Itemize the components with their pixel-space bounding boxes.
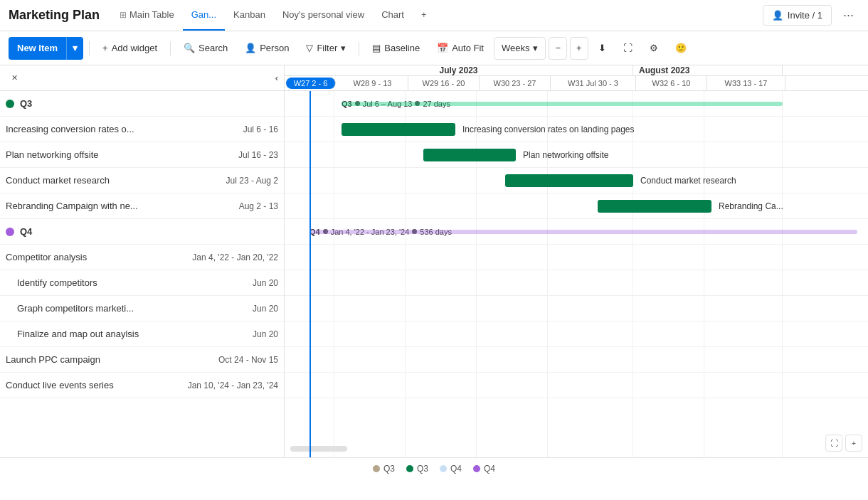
auto-fit-button[interactable]: 📅 Auto Fit <box>430 37 491 60</box>
weeks-selector[interactable]: Weeks ▾ <box>494 37 546 60</box>
zoom-out-button[interactable]: − <box>549 37 567 60</box>
plus-zoom-icon: + <box>576 43 582 53</box>
gantt-row-market-research[interactable]: Conduct market research <box>285 168 868 193</box>
legend-dot-q4-light <box>440 465 447 472</box>
rebranding-bar[interactable] <box>598 200 711 213</box>
filter-button[interactable]: ▽ Filter ▾ <box>299 37 353 60</box>
nav-tabs: ⊞ July 2023 Main Table Gan... Kanban Noy… <box>111 0 435 31</box>
tab-gantt[interactable]: Gan... <box>183 0 225 31</box>
person-filter-button[interactable]: 👤 Person <box>238 37 296 60</box>
gantt-row-conversion[interactable]: Increasing conversion rates on landing p… <box>285 117 868 142</box>
tab-kanban[interactable]: Kanban <box>225 0 274 31</box>
tab-main-table[interactable]: ⊞ July 2023 Main Table <box>111 0 183 31</box>
add-widget-label: Add widget <box>112 43 157 53</box>
row-identify-competitors[interactable]: Identify competitors Jun 20 <box>0 270 284 296</box>
invite-button[interactable]: 👤 Invite / 1 <box>763 5 832 26</box>
launch-ppc-label: Launch PPC campaign <box>6 354 191 365</box>
group-row-q3[interactable]: Q3 <box>0 91 284 117</box>
add-gantt-button[interactable]: + <box>845 435 862 452</box>
identify-competitors-dates: Jun 20 <box>191 278 284 288</box>
download-icon: ⬇ <box>598 43 606 53</box>
smiley-icon: 🙂 <box>675 43 687 53</box>
collapse-button[interactable]: ✕ <box>6 70 23 87</box>
bottom-right-icons: ⛶ + <box>825 435 862 452</box>
gantt-row-live-events <box>285 373 868 398</box>
baseline-icon: ▤ <box>372 43 381 53</box>
plus-icon: + <box>102 43 108 53</box>
gantt-main: ✕ ‹ Q3 Increasing conversion rates o... … <box>0 65 868 457</box>
new-item-main[interactable]: New Item <box>9 37 66 60</box>
zoom-in-button[interactable]: + <box>570 37 588 60</box>
gantt-row-rebranding[interactable]: Rebranding Ca... <box>285 193 868 219</box>
graph-competitors-dates: Jun 20 <box>191 304 284 314</box>
toolbar: New Item ▾ + Add widget 🔍 Search 👤 Perso… <box>0 31 868 65</box>
legend-q4-purple: Q4 <box>473 464 495 474</box>
person-icon: 👤 <box>772 10 783 21</box>
plan-networking-label: Plan networking offsite <box>6 149 191 160</box>
more-options-button[interactable]: ··· <box>837 5 859 26</box>
search-icon: 🔍 <box>184 43 195 53</box>
finalize-map-dates: Jun 20 <box>191 329 284 339</box>
gantt-row-competitor <box>285 245 868 270</box>
add-widget-button[interactable]: + Add widget <box>95 37 164 60</box>
gantt-container: ✕ ‹ Q3 Increasing conversion rates o... … <box>0 65 868 479</box>
toolbar-separator-1 <box>89 41 90 55</box>
row-rebranding[interactable]: Rebranding Campaign with ne... Aug 2 - 1… <box>0 193 284 219</box>
networking-bar-label: Plan networking offsite <box>523 150 609 160</box>
increasing-conversion-label: Increasing conversion rates o... <box>6 124 191 134</box>
legend-dot-q3-green <box>406 465 413 472</box>
gantt-body: Q3 Jul 6 – Aug 13 27 days Increasing con… <box>285 91 868 457</box>
row-market-research[interactable]: Conduct market research Jul 23 - Aug 2 <box>0 168 284 193</box>
legend: Q3 Q3 Q4 Q4 <box>0 457 868 479</box>
row-plan-networking[interactable]: Plan networking offsite Jul 16 - 23 <box>0 142 284 168</box>
weeks-arrow: ▾ <box>533 43 538 53</box>
week-29: W29 16 - 20 <box>408 76 480 90</box>
week-28: W28 9 - 13 <box>337 76 408 90</box>
tab-chart[interactable]: Chart <box>373 0 413 31</box>
collapse-arrow-button[interactable]: ‹ <box>275 73 278 83</box>
scroll-indicator[interactable] <box>290 446 347 452</box>
conversion-bar[interactable] <box>342 123 455 136</box>
toolbar-separator-3 <box>359 41 359 55</box>
invite-label: Invite / 1 <box>788 10 822 21</box>
filter-icon: ▽ <box>306 43 313 53</box>
expand-gantt-button[interactable]: ⛶ <box>825 435 842 452</box>
market-research-bar[interactable] <box>505 174 633 187</box>
fullscreen-button[interactable]: ⛶ <box>616 37 640 60</box>
top-bar-right: 👤 Invite / 1 ··· <box>763 5 859 26</box>
tab-personal[interactable]: Noy's personal view <box>274 0 373 31</box>
row-launch-ppc[interactable]: Launch PPC campaign Oct 24 - Nov 15 <box>0 347 284 373</box>
download-button[interactable]: ⬇ <box>591 37 613 60</box>
settings-button[interactable]: ⚙ <box>642 37 665 60</box>
feedback-button[interactable]: 🙂 <box>668 37 694 60</box>
chevron-left-icon: ‹ <box>275 73 278 83</box>
networking-bar[interactable] <box>423 149 516 161</box>
month-august: August 2023 <box>633 65 783 75</box>
new-item-button[interactable]: New Item ▾ <box>9 37 83 60</box>
filter-label: Filter <box>317 43 337 53</box>
row-competitor-analysis[interactable]: Competitor analysis Jan 4, '22 - Jan 20,… <box>0 245 284 270</box>
gantt-row-q4-group: Q4 Jan 4, '22 - Jan 23, '24 536 days <box>285 219 868 245</box>
baseline-button[interactable]: ▤ Baseline <box>365 37 427 60</box>
expand-icon: ⛶ <box>623 43 633 53</box>
rebranding-label: Rebranding Campaign with ne... <box>6 201 191 211</box>
new-item-dropdown-arrow[interactable]: ▾ <box>66 37 83 60</box>
left-panel: ✕ ‹ Q3 Increasing conversion rates o... … <box>0 65 285 457</box>
gantt-row-networking[interactable]: Plan networking offsite <box>285 142 868 168</box>
gantt-header: July 2023 August 2023 W27 2 - 6 W28 9 - … <box>285 65 868 91</box>
baseline-label: Baseline <box>384 43 420 53</box>
tab-add[interactable]: + <box>413 0 435 31</box>
row-live-events[interactable]: Conduct live events series Jan 10, '24 -… <box>0 373 284 398</box>
auto-fit-label: Auto Fit <box>452 43 484 53</box>
legend-label-q3-2: Q3 <box>417 464 428 474</box>
row-graph-competitors[interactable]: Graph competitors marketi... Jun 20 <box>0 296 284 321</box>
week-32: W32 6 - 10 <box>636 76 707 90</box>
home-icon: ⊞ <box>120 10 127 20</box>
row-increasing-conversion[interactable]: Increasing conversion rates o... Jul 6 -… <box>0 117 284 142</box>
month-july: July 2023 <box>285 65 633 75</box>
tab-gantt-label: Gan... <box>191 9 216 20</box>
search-button[interactable]: 🔍 Search <box>176 37 235 60</box>
row-finalize-map[interactable]: Finalize and map out anaylsis Jun 20 <box>0 321 284 347</box>
expand-small-icon: ⛶ <box>830 439 838 447</box>
group-row-q4[interactable]: Q4 <box>0 219 284 245</box>
